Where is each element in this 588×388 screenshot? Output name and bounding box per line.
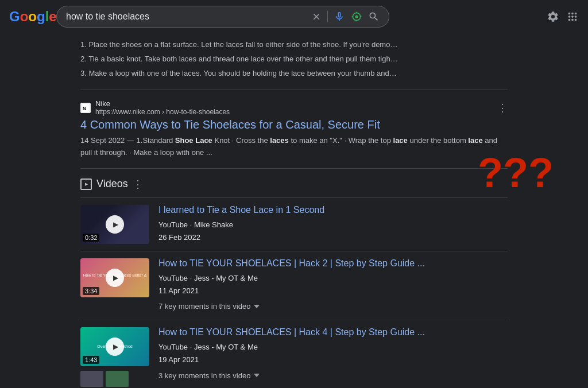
source-url: https://www.nike.com › how-to-tie-shoela… [95, 108, 230, 116]
search-submit-button[interactable] [368, 11, 380, 22]
source-name: Nike [95, 99, 230, 108]
video-duration-1: 0:32 [83, 234, 99, 242]
video-item-1: 0:32 I learned to Tie a Shoe Lace in 1 S… [80, 197, 508, 251]
section-header: Videos ⋮ [80, 178, 508, 191]
video-channel-3: Jess - My OT & Me [194, 343, 258, 351]
section-title: Videos [96, 178, 128, 190]
lens-search-button[interactable] [351, 11, 362, 22]
microphone-icon [334, 11, 345, 22]
video-platform-1: YouTube [158, 220, 188, 229]
nike-result: N Nike https://www.nike.com › how-to-tie… [80, 90, 508, 168]
video-title-1[interactable]: I learned to Tie a Shoe Lace in 1 Second [158, 205, 508, 215]
video-platform-2: YouTube [158, 274, 188, 282]
section-menu-button[interactable]: ⋮ [133, 178, 143, 191]
header-right [547, 10, 579, 23]
video-thumb-col-3: Over Under Method 1:43 [80, 327, 149, 387]
video-info-2: How to TIE YOUR SHOELACES | Hack 2 | Ste… [158, 258, 508, 313]
clear-icon [311, 11, 322, 22]
video-meta-1: YouTube · Mike Shake 26 Feb 2022 [158, 219, 508, 244]
thumb-strip-img-2 [106, 371, 129, 387]
result-snippet: 14 Sept 2022 — 1.Standard Shoe Lace Knot… [80, 135, 508, 159]
main-content: 1. Place the shoes on a flat surface. Le… [0, 33, 588, 388]
video-title-3[interactable]: How to TIE YOUR SHOELACES | Hack 4 | Ste… [158, 327, 508, 337]
clear-button[interactable] [311, 11, 322, 22]
video-section-icon [80, 179, 92, 190]
steps-snippet: 1. Place the shoes on a flat surface. Le… [80, 33, 508, 90]
video-thumbnail-2[interactable]: How to Tie Your Shoelaces Better & Faste… [80, 258, 149, 297]
video-play-button-2[interactable] [106, 269, 124, 287]
video-info-3: How to TIE YOUR SHOELACES | Hack 4 | Ste… [158, 327, 508, 387]
header: Google [0, 0, 588, 33]
voice-search-button[interactable] [334, 11, 345, 22]
key-moments-2[interactable]: 7 key moments in this video [158, 297, 508, 313]
key-moments-3[interactable]: 3 key moments in this video [158, 367, 508, 382]
video-date-3: 19 Apr 2021 [158, 355, 199, 364]
video-play-button-1[interactable] [106, 215, 124, 234]
videos-section: Videos ⋮ 0:32 I learned to Tie a Shoe La… [80, 168, 508, 388]
nike-favicon: N [80, 103, 91, 113]
video-item-3: Over Under Method 1:43 How to TIE YOUR S… [80, 320, 508, 388]
source-header: N Nike https://www.nike.com › how-to-tie… [80, 99, 508, 116]
result-title[interactable]: 4 Common Ways to Tie Shoelaces for a Cas… [80, 118, 508, 131]
video-info-1: I learned to Tie a Shoe Lace in 1 Second… [158, 205, 508, 244]
step-1: 1. Place the shoes on a flat surface. Le… [80, 38, 508, 52]
video-play-button-3[interactable] [106, 337, 124, 356]
search-input[interactable] [66, 11, 307, 22]
search-icon-group [311, 11, 380, 22]
source-info: Nike https://www.nike.com › how-to-tie-s… [95, 99, 230, 116]
video-duration-3: 1:43 [83, 356, 99, 364]
video-meta-3: YouTube · Jess - My OT & Me 19 Apr 2021 [158, 341, 508, 366]
step-2: 2. Tie a basic knot. Take both laces and… [80, 52, 508, 67]
search-bar [56, 6, 389, 28]
gear-icon [547, 10, 559, 23]
video-thumbnail-1[interactable]: 0:32 [80, 205, 149, 244]
video-platform-3: YouTube [158, 343, 188, 351]
apps-button[interactable] [566, 10, 579, 23]
video-duration-2: 3:34 [83, 287, 99, 295]
video-thumbnail-3[interactable]: Over Under Method 1:43 [80, 327, 149, 366]
video-date-2: 11 Apr 2021 [158, 286, 199, 295]
source-menu-button[interactable]: ⋮ [497, 102, 508, 114]
video-item-2: How to Tie Your Shoelaces Better & Faste… [80, 251, 508, 320]
svg-text:N: N [83, 105, 86, 111]
search-icon [368, 11, 380, 22]
chevron-down-icon-2 [254, 305, 260, 308]
video-title-2[interactable]: How to TIE YOUR SHOELACES | Hack 2 | Ste… [158, 258, 508, 269]
video-date-1: 26 Feb 2022 [158, 233, 200, 242]
video-channel-2: Jess - My OT & Me [194, 274, 258, 282]
thumb-strip-img-1 [80, 371, 103, 387]
key-moments-label-2: 7 key moments in this video [158, 302, 250, 311]
search-divider [327, 11, 328, 22]
settings-button[interactable] [547, 10, 559, 23]
video-meta-2: YouTube · Jess - My OT & Me 11 Apr 2021 [158, 272, 508, 297]
lens-icon [351, 11, 362, 22]
chevron-down-icon-3 [254, 374, 260, 377]
video-channel-1: Mike Shake [194, 220, 233, 229]
google-logo: Google [9, 9, 49, 25]
apps-icon [566, 10, 579, 23]
svg-point-1 [355, 15, 358, 18]
step-3: 3. Make a loop with one of the laces. Yo… [80, 67, 508, 81]
thumb-strip-3 [80, 371, 149, 387]
key-moments-label-3: 3 key moments in this video [158, 371, 250, 380]
